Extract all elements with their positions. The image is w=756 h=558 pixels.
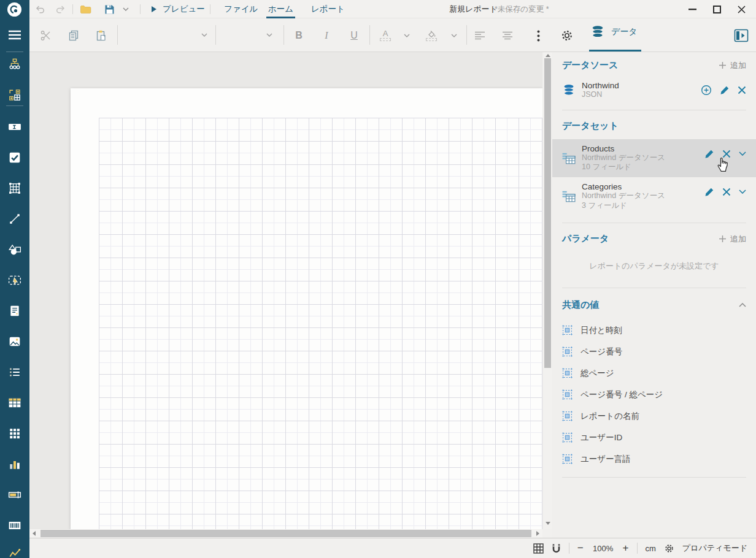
image-tool-icon[interactable] [0, 330, 29, 353]
font-family-dropdown[interactable] [122, 26, 207, 44]
cut-button[interactable] [37, 27, 55, 44]
bullet-tool-icon[interactable] [0, 483, 29, 506]
report-page[interactable] [71, 88, 542, 529]
mode-gear-icon[interactable] [664, 543, 674, 554]
unit-selector[interactable]: cm [646, 544, 656, 553]
richtext-tool-icon[interactable] [0, 299, 29, 323]
play-icon [151, 6, 157, 13]
delete-dataset-button[interactable] [722, 150, 731, 158]
scroll-left-arrow[interactable] [33, 531, 36, 536]
add-parameter-button[interactable]: 追加 [719, 234, 746, 245]
underline-button[interactable]: U [345, 27, 363, 44]
common-value-item-user-id[interactable]: ユーザーID [562, 427, 746, 448]
font-size-dropdown[interactable] [220, 26, 272, 44]
horizontal-scrollbar[interactable] [29, 529, 542, 538]
add-dataset-button[interactable] [701, 85, 712, 96]
window-controls [684, 0, 756, 18]
edit-dataset-button[interactable] [704, 149, 714, 159]
common-value-item-total-pages[interactable]: 総ページ [562, 362, 746, 384]
menu-tab-report[interactable]: レポート [311, 0, 345, 18]
font-color-dropdown-chevron-icon[interactable] [398, 27, 415, 44]
report-explorer-icon[interactable] [0, 53, 29, 76]
horizontal-scrollbar-thumb[interactable] [40, 530, 531, 537]
data-panel-tab-underline [589, 50, 641, 52]
chevron-down-icon [266, 33, 272, 37]
vertical-scrollbar[interactable] [544, 52, 552, 529]
sparkline-tool-icon[interactable] [0, 547, 29, 558]
table-tool-icon[interactable] [0, 391, 29, 415]
line-tool-icon[interactable] [0, 207, 29, 231]
group-editor-icon[interactable] [0, 83, 29, 107]
expand-dataset-chevron-icon[interactable] [739, 151, 746, 156]
vertical-scrollbar-thumb[interactable] [544, 58, 551, 368]
align-left-button[interactable] [471, 27, 488, 44]
minimize-button[interactable] [684, 2, 701, 17]
data-panel-tab[interactable]: データ [590, 25, 638, 39]
add-datasource-button[interactable]: 追加 [719, 60, 746, 71]
preview-button[interactable]: プレビュー [151, 0, 205, 18]
app-logo [6, 1, 23, 18]
panel-settings-button[interactable] [558, 27, 576, 44]
container-tool-icon[interactable] [0, 177, 29, 200]
dataset-source: Northwind データソース [582, 153, 704, 163]
common-value-item-report-name[interactable]: レポートの名前 [562, 405, 746, 427]
font-color-button[interactable]: A [377, 27, 394, 44]
save-button[interactable] [104, 0, 115, 18]
common-value-item-page-number[interactable]: ページ番号 [562, 341, 746, 362]
common-value-item-user-language[interactable]: ユーザー言語 [562, 448, 746, 470]
open-file-button[interactable] [80, 0, 91, 18]
select-tool-icon[interactable] [0, 269, 29, 292]
toggle-grid-button[interactable] [533, 543, 544, 554]
textbox-tool-icon[interactable] [0, 115, 29, 139]
italic-button[interactable]: I [318, 27, 335, 44]
expand-dataset-chevron-icon[interactable] [739, 189, 746, 194]
checkbox-tool-icon[interactable] [0, 146, 29, 169]
hamburger-menu-button[interactable] [0, 23, 29, 47]
design-canvas[interactable] [29, 52, 542, 529]
common-value-item-datetime[interactable]: 日付と時刻 [562, 319, 746, 341]
redo-button[interactable] [55, 0, 66, 18]
tablix-tool-icon[interactable] [0, 422, 29, 445]
toolbar-overflow-button[interactable] [530, 27, 547, 44]
fill-color-dropdown-chevron-icon[interactable] [446, 27, 463, 44]
fill-color-button[interactable] [423, 27, 440, 44]
zoom-out-button[interactable]: − [577, 542, 584, 554]
maximize-button[interactable] [708, 2, 725, 17]
snap-to-grid-button[interactable] [552, 543, 561, 554]
align-center-button[interactable] [499, 27, 516, 44]
field-placeholder-icon [562, 411, 573, 421]
dataset-icon [562, 151, 576, 165]
datasource-row-northwind[interactable]: Northwind JSON [552, 77, 756, 104]
copy-button[interactable] [65, 27, 82, 44]
list-tool-icon[interactable] [0, 361, 29, 384]
common-value-item-page-of-total[interactable]: ページ番号 / 総ページ [562, 384, 746, 405]
delete-datasource-button[interactable] [738, 86, 746, 94]
barcode-tool-icon[interactable] [0, 514, 29, 537]
bold-button[interactable]: B [290, 27, 307, 44]
dataset-section-header: データセット [562, 120, 746, 132]
menu-tab-file[interactable]: ファイル [224, 0, 258, 18]
field-placeholder-icon [562, 454, 573, 464]
collapse-panel-button[interactable] [733, 27, 750, 44]
chart-tool-icon[interactable] [0, 453, 29, 476]
scroll-right-arrow[interactable] [536, 531, 539, 536]
close-button[interactable] [733, 2, 750, 17]
scroll-up-arrow[interactable] [546, 54, 550, 57]
paste-button[interactable] [93, 27, 110, 44]
zoom-in-button[interactable]: + [623, 542, 629, 554]
property-mode-label[interactable]: プロパティモード [682, 543, 747, 554]
edit-dataset-button[interactable] [704, 187, 714, 197]
shape-tool-icon[interactable] [0, 238, 29, 261]
dataset-row-products[interactable]: Products Northwind データソース 10 フィールド [552, 139, 756, 177]
delete-dataset-button[interactable] [722, 188, 731, 196]
undo-button[interactable] [34, 0, 45, 18]
collapse-section-chevron-icon[interactable] [739, 303, 746, 307]
toolbar-separator [466, 25, 467, 45]
dataset-row-categories[interactable]: Categories Northwind データソース 3 フィールド [552, 177, 756, 215]
edit-datasource-button[interactable] [720, 85, 730, 95]
save-dropdown-chevron-icon[interactable] [123, 0, 129, 18]
common-values-section-header[interactable]: 共通の値 [562, 299, 746, 311]
scroll-down-arrow[interactable] [546, 522, 550, 525]
menu-tab-home[interactable]: ホーム [268, 0, 293, 18]
preview-button-label: プレビュー [163, 4, 205, 15]
